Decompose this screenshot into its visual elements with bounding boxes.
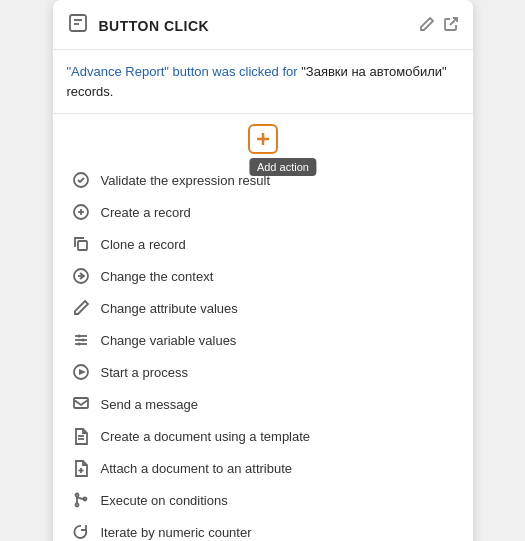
card-title: BUTTON CLICK (99, 18, 210, 34)
description-record: "Заявки на автомобили" records. (67, 64, 447, 99)
svg-point-27 (75, 504, 78, 507)
button-click-icon (67, 12, 89, 39)
action-execute-conditions[interactable]: Execute on conditions (53, 484, 473, 516)
svg-point-26 (75, 494, 78, 497)
file-plus-icon (71, 458, 91, 478)
action-label: Send a message (101, 397, 199, 412)
svg-rect-0 (70, 15, 86, 31)
svg-rect-10 (78, 241, 87, 250)
action-label: Change the context (101, 269, 214, 284)
action-label: Attach a document to an attribute (101, 461, 293, 476)
svg-rect-21 (74, 398, 88, 408)
actions-list: Validate the expression result Create a … (53, 158, 473, 541)
svg-line-3 (450, 18, 457, 25)
action-label: Execute on conditions (101, 493, 228, 508)
edit-icon[interactable] (419, 16, 435, 35)
action-change-variable[interactable]: Change variable values (53, 324, 473, 356)
git-branch-icon (71, 490, 91, 510)
sliders-icon (71, 330, 91, 350)
action-label: Iterate by numeric counter (101, 525, 252, 540)
header-left: BUTTON CLICK (67, 12, 210, 39)
svg-point-17 (81, 339, 84, 342)
button-click-card: BUTTON CLICK "Advance Report" button was… (53, 0, 473, 541)
add-action-button[interactable] (248, 124, 278, 154)
add-action-row: Add action (53, 114, 473, 158)
header-actions (419, 16, 459, 35)
action-change-attribute[interactable]: Change attribute values (53, 292, 473, 324)
action-start-process[interactable]: Start a process (53, 356, 473, 388)
action-create-record[interactable]: Create a record (53, 196, 473, 228)
action-send-message[interactable]: Send a message (53, 388, 473, 420)
action-label: Clone a record (101, 237, 186, 252)
message-icon (71, 394, 91, 414)
card-description: "Advance Report" button was clicked for … (53, 50, 473, 114)
external-link-icon[interactable] (443, 16, 459, 35)
action-change-context[interactable]: Change the context (53, 260, 473, 292)
svg-point-16 (77, 335, 80, 338)
action-clone-record[interactable]: Clone a record (53, 228, 473, 260)
edit-icon (71, 298, 91, 318)
action-label: Create a record (101, 205, 191, 220)
add-action-tooltip: Add action (249, 158, 317, 176)
action-label: Validate the expression result (101, 173, 271, 188)
action-label: Change attribute values (101, 301, 238, 316)
copy-icon (71, 234, 91, 254)
action-iterate-numeric[interactable]: Iterate by numeric counter (53, 516, 473, 541)
action-label: Start a process (101, 365, 188, 380)
description-text: "Advance Report" button was clicked for … (67, 64, 447, 99)
action-create-document[interactable]: Create a document using a template (53, 420, 473, 452)
check-circle-icon (71, 170, 91, 190)
plus-circle-icon (71, 202, 91, 222)
arrow-right-circle-icon (71, 266, 91, 286)
svg-marker-20 (79, 369, 86, 375)
file-text-icon (71, 426, 91, 446)
card-header: BUTTON CLICK (53, 0, 473, 50)
play-circle-icon (71, 362, 91, 382)
action-attach-document[interactable]: Attach a document to an attribute (53, 452, 473, 484)
action-label: Create a document using a template (101, 429, 311, 444)
refresh-cw-numeric-icon (71, 522, 91, 541)
svg-point-18 (77, 343, 80, 346)
action-label: Change variable values (101, 333, 237, 348)
